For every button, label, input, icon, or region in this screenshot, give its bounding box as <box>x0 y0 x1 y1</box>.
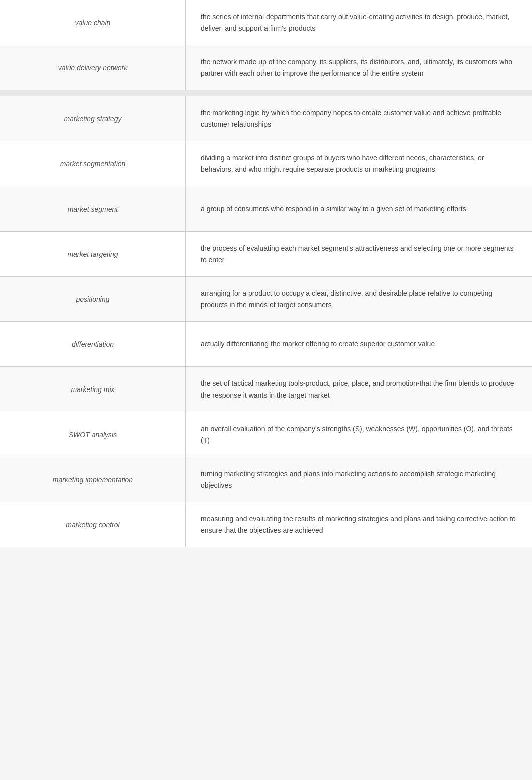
term-cell: marketing mix <box>0 375 185 404</box>
glossary-table: value chainthe series of internal depart… <box>0 0 532 547</box>
table-row: value chainthe series of internal depart… <box>0 0 532 45</box>
term-cell: marketing implementation <box>0 466 185 494</box>
definition-cell: the marketing logic by which the company… <box>186 97 532 140</box>
definition-cell: turning marketing strategies and plans i… <box>186 458 532 501</box>
term-cell: positioning <box>0 285 185 313</box>
term-cell: value chain <box>0 9 185 37</box>
definition-cell: the network made up of the company, its … <box>186 46 532 89</box>
term-cell: marketing control <box>0 511 185 539</box>
table-row: differentiationactually differentiating … <box>0 322 532 367</box>
table-row: marketing strategythe marketing logic by… <box>0 96 532 141</box>
term-cell: market targeting <box>0 240 185 268</box>
definition-cell: an overall evaluation of the company's s… <box>186 413 532 456</box>
definition-cell: dividing a market into distinct groups o… <box>186 142 532 185</box>
term-cell: market segmentation <box>0 150 185 178</box>
table-row: marketing implementationturning marketin… <box>0 457 532 502</box>
term-cell: SWOT analysis <box>0 421 185 449</box>
table-row: SWOT analysisan overall evaluation of th… <box>0 412 532 457</box>
definition-cell: the process of evaluating each market se… <box>186 233 532 275</box>
definition-cell: actually differentiating the market offe… <box>186 328 532 359</box>
definition-cell: arranging for a product to occupy a clea… <box>186 278 532 320</box>
term-cell: marketing strategy <box>0 105 185 133</box>
table-row: market targetingthe process of evaluatin… <box>0 232 532 277</box>
term-cell: value delivery network <box>0 54 185 82</box>
table-row: value delivery networkthe network made u… <box>0 45 532 90</box>
definition-cell: measuring and evaluating the results of … <box>186 503 532 546</box>
term-cell: differentiation <box>0 330 185 358</box>
table-row: marketing mixthe set of tactical marketi… <box>0 367 532 412</box>
definition-cell: the set of tactical marketing tools-prod… <box>186 368 532 411</box>
table-row: positioningarranging for a product to oc… <box>0 277 532 322</box>
spacer-row <box>0 90 532 96</box>
definition-cell: the series of internal departments that … <box>186 1 532 44</box>
table-row: market segmenta group of consumers who r… <box>0 186 532 232</box>
definition-cell: a group of consumers who respond in a si… <box>186 193 532 224</box>
table-row: market segmentationdividing a market int… <box>0 141 532 186</box>
term-cell: market segment <box>0 195 185 223</box>
table-row: marketing controlmeasuring and evaluatin… <box>0 502 532 547</box>
